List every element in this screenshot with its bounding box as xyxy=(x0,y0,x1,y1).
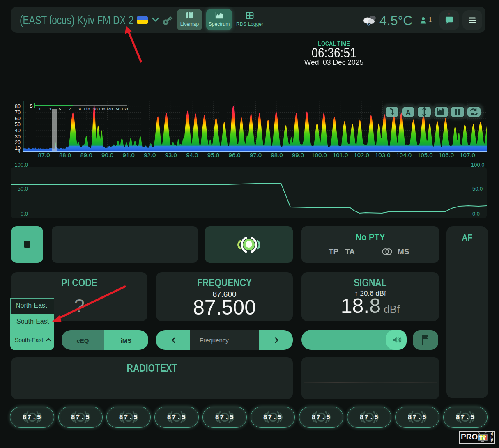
svg-text:3: 3 xyxy=(49,107,51,111)
svg-text:93.0: 93.0 xyxy=(165,152,177,159)
svg-text:+20: +20 xyxy=(91,107,97,111)
svg-text:92.0: 92.0 xyxy=(144,152,156,159)
svg-text:104.0: 104.0 xyxy=(396,152,412,159)
svg-text:7: 7 xyxy=(69,107,71,111)
svg-text:91.0: 91.0 xyxy=(123,152,135,159)
svg-text:98.0: 98.0 xyxy=(271,152,283,159)
svg-text:87.0: 87.0 xyxy=(38,152,50,159)
svg-text:106.0: 106.0 xyxy=(439,152,454,159)
svg-text:60: 60 xyxy=(15,116,21,122)
svg-text:9: 9 xyxy=(79,107,81,111)
svg-text:1: 1 xyxy=(39,107,41,111)
svg-text:102.0: 102.0 xyxy=(354,152,369,159)
svg-text:20: 20 xyxy=(15,140,21,145)
svg-text:94.0: 94.0 xyxy=(186,152,198,159)
svg-text:+40: +40 xyxy=(106,107,113,111)
svg-text:40: 40 xyxy=(15,128,21,133)
svg-text:TV: TV xyxy=(479,435,486,441)
svg-text:101.0: 101.0 xyxy=(333,152,348,159)
svg-text:103.0: 103.0 xyxy=(375,152,391,159)
svg-text:+50: +50 xyxy=(114,107,120,111)
svg-text:100.0: 100.0 xyxy=(311,152,327,159)
svg-text:89.0: 89.0 xyxy=(80,152,92,159)
svg-text:+60: +60 xyxy=(121,107,128,111)
svg-text:88.0: 88.0 xyxy=(59,152,71,159)
svg-text:107.0: 107.0 xyxy=(460,152,475,159)
svg-text:30: 30 xyxy=(15,134,21,140)
svg-text:70: 70 xyxy=(15,110,21,115)
svg-text:97.0: 97.0 xyxy=(250,152,262,159)
svg-text:50: 50 xyxy=(15,122,21,127)
svg-text:5: 5 xyxy=(59,107,61,111)
svg-text:90.0: 90.0 xyxy=(101,152,113,159)
svg-text:96.0: 96.0 xyxy=(228,152,240,159)
svg-text:S: S xyxy=(30,103,32,108)
svg-text:4: 4 xyxy=(18,149,21,154)
svg-text:80: 80 xyxy=(15,103,21,109)
svg-text:+10: +10 xyxy=(83,107,90,111)
svg-text:105.0: 105.0 xyxy=(417,152,433,159)
svg-text:99.0: 99.0 xyxy=(292,152,304,159)
svg-text:+30: +30 xyxy=(99,107,105,111)
svg-text:A: A xyxy=(406,109,411,117)
svg-text:95.0: 95.0 xyxy=(207,152,219,159)
